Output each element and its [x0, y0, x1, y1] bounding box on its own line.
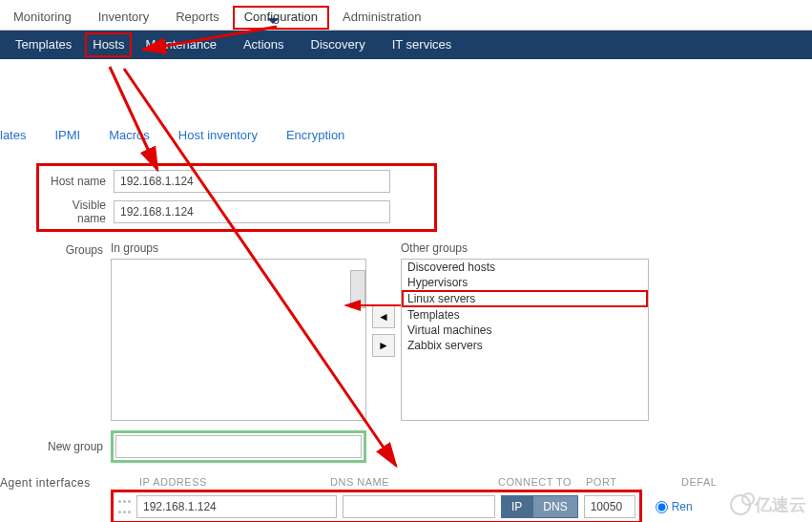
col-dns-name: DNS NAME [330, 476, 498, 490]
tab-macros[interactable]: Macros [99, 124, 159, 146]
agent-interface-row: IP DNS [111, 490, 642, 522]
label-host-name: Host name [41, 175, 114, 188]
col-default: DEFAL [634, 476, 697, 490]
watermark: 亿速云 [730, 493, 806, 516]
remove-link[interactable]: Ren [672, 500, 693, 513]
connect-to-toggle: IP DNS [501, 495, 578, 518]
label-in-groups: In groups [111, 241, 366, 255]
subnav-discovery[interactable]: Discovery [298, 31, 379, 59]
nav-administration[interactable]: Administration [329, 6, 434, 30]
subnav-it-services[interactable]: IT services [379, 31, 466, 59]
subnav-actions[interactable]: Actions [230, 31, 298, 59]
group-discovered-hosts[interactable]: Discovered hosts [402, 260, 648, 275]
group-virtual-machines[interactable]: Virtual machines [402, 323, 648, 338]
input-agent-ip[interactable] [136, 495, 337, 518]
label-agent-interfaces: Agent interfaces [0, 476, 111, 490]
label-new-group: New group [0, 440, 111, 453]
move-right-button[interactable]: ► [372, 334, 395, 357]
scrollbar[interactable] [350, 270, 365, 308]
tab-encryption[interactable]: Encryption [277, 124, 354, 146]
group-linux-servers[interactable]: Linux servers [402, 290, 648, 307]
watermark-icon [730, 494, 751, 515]
col-connect-to: CONNECT TO [498, 476, 586, 490]
group-hypervisors[interactable]: Hypervisors [402, 275, 648, 290]
col-ip-address: IP ADDRESS [111, 476, 330, 490]
tab-host-inventory[interactable]: Host inventory [169, 124, 267, 146]
toggle-ip-button[interactable]: IP [501, 495, 532, 518]
tab-ipmi[interactable]: IPMI [45, 124, 90, 146]
nav-inventory[interactable]: Inventory [85, 6, 162, 30]
input-agent-port[interactable] [584, 495, 635, 518]
input-new-group[interactable] [115, 435, 362, 458]
drag-handle-icon[interactable] [117, 497, 131, 516]
label-visible-name: Visible name [41, 198, 114, 225]
subnav-hosts[interactable]: Hosts [85, 32, 132, 57]
listbox-in-groups[interactable] [111, 259, 366, 421]
label-groups: Groups [0, 241, 111, 257]
input-host-name[interactable] [114, 170, 390, 193]
input-visible-name[interactable] [114, 200, 390, 223]
subnav-templates[interactable]: Templates [2, 31, 85, 59]
toggle-dns-button[interactable]: DNS [532, 495, 577, 518]
group-zabbix-servers[interactable]: Zabbix servers [402, 338, 648, 353]
group-templates[interactable]: Templates [402, 307, 648, 323]
radio-default[interactable] [656, 501, 668, 513]
label-other-groups: Other groups [401, 241, 649, 255]
col-port: PORT [586, 476, 634, 490]
listbox-other-groups[interactable]: Discovered hosts Hypervisors Linux serve… [401, 259, 649, 421]
nav-monitoring[interactable]: Monitoring [0, 6, 85, 30]
move-left-button[interactable]: ◄ [372, 305, 395, 328]
tab-truncated[interactable]: lates [0, 124, 35, 146]
subnav-maintenance[interactable]: Maintenance [132, 31, 229, 59]
nav-reports[interactable]: Reports [162, 6, 233, 30]
nav-configuration[interactable]: Configuration [233, 6, 329, 30]
input-agent-dns[interactable] [343, 495, 495, 518]
